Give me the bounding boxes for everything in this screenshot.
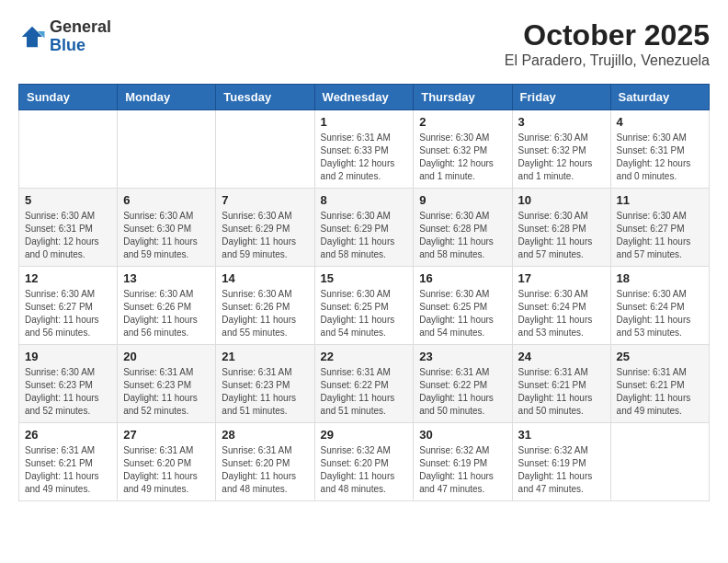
day-info: Sunrise: 6:30 AM Sunset: 6:29 PM Dayligh… bbox=[222, 210, 308, 261]
calendar-cell: 21Sunrise: 6:31 AM Sunset: 6:23 PM Dayli… bbox=[216, 345, 314, 423]
calendar-cell: 19Sunrise: 6:30 AM Sunset: 6:23 PM Dayli… bbox=[19, 345, 118, 423]
svg-marker-0 bbox=[22, 27, 43, 48]
day-number: 29 bbox=[321, 428, 408, 442]
day-info: Sunrise: 6:31 AM Sunset: 6:33 PM Dayligh… bbox=[321, 132, 408, 183]
calendar-cell: 25Sunrise: 6:31 AM Sunset: 6:21 PM Dayli… bbox=[610, 345, 709, 423]
day-number: 22 bbox=[321, 350, 408, 363]
day-number: 13 bbox=[123, 271, 210, 285]
day-number: 15 bbox=[321, 271, 408, 285]
calendar-cell: 5Sunrise: 6:30 AM Sunset: 6:31 PM Daylig… bbox=[19, 189, 118, 267]
day-number: 30 bbox=[419, 428, 506, 442]
calendar-cell: 13Sunrise: 6:30 AM Sunset: 6:26 PM Dayli… bbox=[118, 267, 216, 345]
calendar: SundayMondayTuesdayWednesdayThursdayFrid… bbox=[18, 84, 710, 501]
calendar-week-row: 5Sunrise: 6:30 AM Sunset: 6:31 PM Daylig… bbox=[19, 189, 710, 267]
day-info: Sunrise: 6:31 AM Sunset: 6:21 PM Dayligh… bbox=[518, 366, 605, 418]
day-number: 3 bbox=[518, 115, 605, 129]
day-info: Sunrise: 6:30 AM Sunset: 6:26 PM Dayligh… bbox=[123, 288, 210, 339]
day-info: Sunrise: 6:31 AM Sunset: 6:22 PM Dayligh… bbox=[321, 366, 408, 418]
day-info: Sunrise: 6:32 AM Sunset: 6:19 PM Dayligh… bbox=[518, 444, 605, 496]
calendar-cell bbox=[216, 110, 314, 189]
calendar-cell: 27Sunrise: 6:31 AM Sunset: 6:20 PM Dayli… bbox=[118, 423, 216, 501]
day-number: 23 bbox=[419, 350, 506, 363]
calendar-cell: 17Sunrise: 6:30 AM Sunset: 6:24 PM Dayli… bbox=[512, 267, 610, 345]
day-number: 27 bbox=[123, 428, 210, 442]
day-number: 17 bbox=[518, 271, 605, 285]
day-info: Sunrise: 6:31 AM Sunset: 6:20 PM Dayligh… bbox=[222, 444, 308, 496]
calendar-cell: 24Sunrise: 6:31 AM Sunset: 6:21 PM Dayli… bbox=[512, 345, 610, 423]
logo-general: General bbox=[50, 18, 111, 37]
day-number: 8 bbox=[321, 193, 408, 207]
day-info: Sunrise: 6:30 AM Sunset: 6:26 PM Dayligh… bbox=[222, 288, 308, 339]
day-number: 6 bbox=[123, 193, 210, 207]
calendar-header-row: SundayMondayTuesdayWednesdayThursdayFrid… bbox=[19, 85, 710, 110]
calendar-cell: 18Sunrise: 6:30 AM Sunset: 6:24 PM Dayli… bbox=[610, 267, 709, 345]
calendar-cell: 14Sunrise: 6:30 AM Sunset: 6:26 PM Dayli… bbox=[216, 267, 314, 345]
calendar-cell: 12Sunrise: 6:30 AM Sunset: 6:27 PM Dayli… bbox=[19, 267, 118, 345]
day-info: Sunrise: 6:30 AM Sunset: 6:29 PM Dayligh… bbox=[321, 210, 408, 261]
day-info: Sunrise: 6:31 AM Sunset: 6:23 PM Dayligh… bbox=[222, 366, 308, 418]
calendar-cell bbox=[19, 110, 118, 189]
day-number: 26 bbox=[25, 428, 111, 442]
calendar-week-row: 19Sunrise: 6:30 AM Sunset: 6:23 PM Dayli… bbox=[19, 345, 710, 423]
day-info: Sunrise: 6:30 AM Sunset: 6:31 PM Dayligh… bbox=[25, 210, 111, 261]
calendar-week-row: 12Sunrise: 6:30 AM Sunset: 6:27 PM Dayli… bbox=[19, 267, 710, 345]
calendar-week-row: 1Sunrise: 6:31 AM Sunset: 6:33 PM Daylig… bbox=[19, 110, 710, 189]
logo: General Blue bbox=[18, 18, 111, 55]
day-info: Sunrise: 6:30 AM Sunset: 6:25 PM Dayligh… bbox=[321, 288, 408, 339]
day-info: Sunrise: 6:30 AM Sunset: 6:25 PM Dayligh… bbox=[419, 288, 506, 339]
day-number: 10 bbox=[518, 193, 605, 207]
day-number: 14 bbox=[222, 271, 308, 285]
day-info: Sunrise: 6:30 AM Sunset: 6:32 PM Dayligh… bbox=[419, 132, 506, 183]
calendar-cell: 23Sunrise: 6:31 AM Sunset: 6:22 PM Dayli… bbox=[414, 345, 512, 423]
weekday-header: Sunday bbox=[19, 85, 118, 110]
day-info: Sunrise: 6:30 AM Sunset: 6:28 PM Dayligh… bbox=[518, 210, 605, 261]
day-number: 31 bbox=[518, 428, 605, 442]
month-year: October 2025 bbox=[505, 18, 710, 52]
calendar-cell: 15Sunrise: 6:30 AM Sunset: 6:25 PM Dayli… bbox=[314, 267, 414, 345]
day-number: 20 bbox=[123, 350, 210, 363]
day-number: 18 bbox=[617, 271, 703, 285]
day-info: Sunrise: 6:31 AM Sunset: 6:21 PM Dayligh… bbox=[617, 366, 703, 418]
weekday-header: Tuesday bbox=[216, 85, 314, 110]
day-info: Sunrise: 6:31 AM Sunset: 6:20 PM Dayligh… bbox=[123, 444, 210, 496]
day-number: 25 bbox=[617, 350, 703, 363]
logo-blue: Blue bbox=[50, 37, 111, 55]
calendar-cell: 22Sunrise: 6:31 AM Sunset: 6:22 PM Dayli… bbox=[314, 345, 414, 423]
day-number: 11 bbox=[617, 193, 703, 207]
calendar-cell: 9Sunrise: 6:30 AM Sunset: 6:28 PM Daylig… bbox=[414, 189, 512, 267]
calendar-cell: 28Sunrise: 6:31 AM Sunset: 6:20 PM Dayli… bbox=[216, 423, 314, 501]
day-info: Sunrise: 6:30 AM Sunset: 6:27 PM Dayligh… bbox=[617, 210, 703, 261]
day-number: 24 bbox=[518, 350, 605, 363]
day-number: 5 bbox=[25, 193, 111, 207]
weekday-header: Saturday bbox=[610, 85, 709, 110]
logo-text: General Blue bbox=[50, 18, 111, 55]
day-info: Sunrise: 6:30 AM Sunset: 6:30 PM Dayligh… bbox=[123, 210, 210, 261]
day-number: 1 bbox=[321, 115, 408, 129]
day-info: Sunrise: 6:30 AM Sunset: 6:23 PM Dayligh… bbox=[25, 366, 111, 418]
calendar-cell: 2Sunrise: 6:30 AM Sunset: 6:32 PM Daylig… bbox=[414, 110, 512, 189]
day-info: Sunrise: 6:32 AM Sunset: 6:19 PM Dayligh… bbox=[419, 444, 506, 496]
day-number: 19 bbox=[25, 350, 111, 363]
day-info: Sunrise: 6:30 AM Sunset: 6:32 PM Dayligh… bbox=[518, 132, 605, 183]
weekday-header: Friday bbox=[512, 85, 610, 110]
calendar-cell: 3Sunrise: 6:30 AM Sunset: 6:32 PM Daylig… bbox=[512, 110, 610, 189]
calendar-cell bbox=[610, 423, 709, 501]
day-number: 2 bbox=[419, 115, 506, 129]
calendar-cell: 26Sunrise: 6:31 AM Sunset: 6:21 PM Dayli… bbox=[19, 423, 118, 501]
calendar-cell: 10Sunrise: 6:30 AM Sunset: 6:28 PM Dayli… bbox=[512, 189, 610, 267]
calendar-cell: 11Sunrise: 6:30 AM Sunset: 6:27 PM Dayli… bbox=[610, 189, 709, 267]
calendar-cell bbox=[118, 110, 216, 189]
day-number: 7 bbox=[222, 193, 308, 207]
day-info: Sunrise: 6:31 AM Sunset: 6:23 PM Dayligh… bbox=[123, 366, 210, 418]
day-info: Sunrise: 6:30 AM Sunset: 6:31 PM Dayligh… bbox=[617, 132, 703, 183]
day-info: Sunrise: 6:30 AM Sunset: 6:28 PM Dayligh… bbox=[419, 210, 506, 261]
day-info: Sunrise: 6:30 AM Sunset: 6:24 PM Dayligh… bbox=[518, 288, 605, 339]
day-info: Sunrise: 6:30 AM Sunset: 6:24 PM Dayligh… bbox=[617, 288, 703, 339]
calendar-week-row: 26Sunrise: 6:31 AM Sunset: 6:21 PM Dayli… bbox=[19, 423, 710, 501]
day-number: 16 bbox=[419, 271, 506, 285]
day-info: Sunrise: 6:32 AM Sunset: 6:20 PM Dayligh… bbox=[321, 444, 408, 496]
calendar-cell: 8Sunrise: 6:30 AM Sunset: 6:29 PM Daylig… bbox=[314, 189, 414, 267]
day-number: 28 bbox=[222, 428, 308, 442]
day-number: 9 bbox=[419, 193, 506, 207]
calendar-cell: 16Sunrise: 6:30 AM Sunset: 6:25 PM Dayli… bbox=[414, 267, 512, 345]
